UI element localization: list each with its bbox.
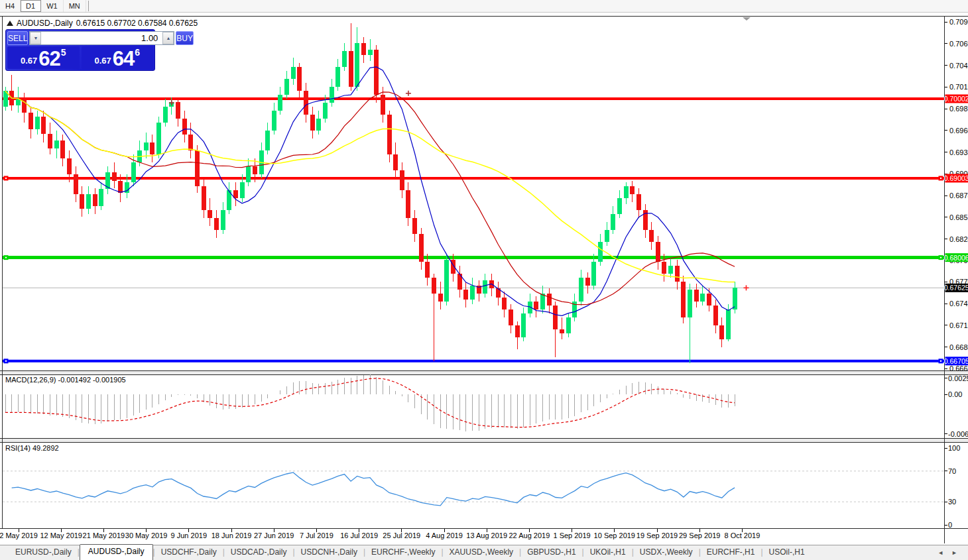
y-axis-label: 0.67425 [949,300,968,308]
rsi-axis-label: 0 [948,521,952,529]
sell-price[interactable]: 0.67625 [7,46,80,69]
candle-bearish [719,325,724,339]
candle-bullish [335,67,340,87]
pane-splitter[interactable] [0,371,968,374]
tab-xauusd-weekly[interactable]: XAUUSD-,Weekly [444,545,519,560]
candle-bullish [624,186,629,198]
tab-scroll-right-icon[interactable]: ► [951,549,957,556]
candle-bearish [208,210,212,218]
timeframe-button-h4[interactable]: H4 [0,0,21,12]
tab-usdchf-daily[interactable]: USDCHF-,Daily [155,545,223,560]
candle-bearish [381,95,385,115]
candle-bullish [272,111,276,131]
candle-bullish [156,123,161,154]
candle-bullish [323,103,328,119]
pane-splitter[interactable] [0,439,968,442]
candle-bearish [60,140,65,159]
candle-bearish [515,325,520,337]
y-axis-label: 0.70420 [949,62,968,70]
x-axis-label: 4 Aug 2019 [426,532,463,539]
tab-gbpusd-h1[interactable]: GBPUSD-,H1 [521,545,581,560]
candle-bearish [310,115,315,131]
candle-bullish [688,290,692,317]
candle-bearish [393,154,398,170]
x-axis-label: 16 Jul 2019 [340,532,378,539]
sell-price-pip: 5 [61,48,66,57]
one-click-trading-panel: SELL ▼ ▲ BUY 0.67625 0.67646 [5,29,155,71]
candle-bearish [630,186,635,194]
candle-bearish [93,194,97,206]
symbol-triangle-icon [7,21,13,26]
y-axis-label: 0.69330 [949,148,968,156]
candle-bullish [483,280,487,294]
x-axis-label: 21 May 2019 [83,532,125,539]
candle-bearish [400,170,404,190]
y-axis-label: 0.68785 [949,192,968,199]
volume-decrease-button[interactable]: ▼ [30,32,41,44]
rsi-indicator-label: RSI(14) 49.2892 [5,444,59,452]
candle-bearish [585,278,590,286]
candle-bullish [144,142,149,150]
candle-bearish [188,135,193,150]
timeframe-button-d1[interactable]: D1 [21,0,41,12]
candle-bullish [240,182,245,198]
toolbar-separator [88,1,89,11]
tab-eurchf-h1[interactable]: EURCHF-,H1 [701,545,761,560]
tab-usdx-weekly[interactable]: USDX-,Weekly [634,545,699,560]
line-handle-dot [5,256,7,258]
candle-bullish [611,214,615,230]
y-axis-label: 0.70150 [949,83,968,91]
line-handle-dot [940,361,941,362]
volume-input[interactable] [41,32,162,44]
symbol-ohlc-values: 0.67615 0.67702 0.67584 0.67625 [76,19,198,28]
x-axis-label: 8 Oct 2019 [724,532,760,539]
candle-bullish [330,87,334,103]
candle-bullish [221,210,225,230]
x-axis-label: 27 Jun 2019 [254,532,294,539]
candle-bearish [432,278,436,294]
volume-stepper: ▼ ▲ [29,31,174,45]
candle-bullish [54,140,59,148]
line-handle-dot [5,361,7,362]
candle-bullish [470,286,475,299]
tab-usdcnh-daily[interactable]: USDCNH-,Daily [295,545,363,560]
price-badge-label: 0.68006 [944,254,968,262]
line-handle-dot [5,178,7,179]
x-axis-label: 1 Sep 2019 [553,532,590,539]
chart-tab-bar: EURUSD-,Daily|AUDUSD-,Daily|USDCHF-,Dail… [0,545,968,560]
line-handle-dot [940,256,941,258]
volume-increase-button[interactable]: ▲ [162,32,174,44]
candle-bullish [16,99,21,105]
buy-button[interactable]: BUY [176,31,194,45]
x-axis-label: 19 Sep 2019 [636,532,678,539]
timeframe-button-mn[interactable]: MN [64,0,86,12]
buy-price-prefix: 0.67 [94,54,111,68]
rsi-axis-label: 30 [948,498,956,506]
candle-bullish [605,230,609,242]
sell-button[interactable]: SELL [7,31,28,45]
timeframe-toolbar: H4D1W1MN [0,0,968,13]
tab-scroll-left-icon[interactable]: ◄ [938,549,943,556]
candle-bullish [521,313,526,337]
tab-eurchf-weekly[interactable]: EURCHF-,Weekly [365,545,441,560]
tab-usoil-h1[interactable]: USOil-,H1 [763,545,811,560]
tab-ukoil-h1[interactable]: UKOil-,H1 [584,545,632,560]
macd-axis-label: 0.00 [948,390,962,398]
candle-bullish [86,194,91,209]
candle-bearish [636,194,641,210]
candle-bearish [29,113,33,129]
x-axis-label: 30 May 2019 [125,532,168,539]
x-axis-label: 12 May 2019 [40,532,82,539]
tab-usdcad-daily[interactable]: USDCAD-,Daily [225,545,293,560]
y-axis-label: 0.70695 [949,40,968,48]
price-chart-canvas[interactable]: 0.709650.706950.704200.701500.698750.696… [0,0,968,560]
timeframe-button-w1[interactable]: W1 [41,0,64,12]
buy-price[interactable]: 0.67646 [82,46,154,69]
candle-bearish [463,290,468,299]
candle-bearish [297,67,302,91]
tab-eurusd-daily[interactable]: EURUSD-,Daily [9,545,78,560]
candle-bearish [694,290,699,302]
line-handle-dot [940,178,941,179]
tab-audusd-daily[interactable]: AUDUSD-,Daily [80,544,153,560]
candle-bullish [726,309,731,339]
